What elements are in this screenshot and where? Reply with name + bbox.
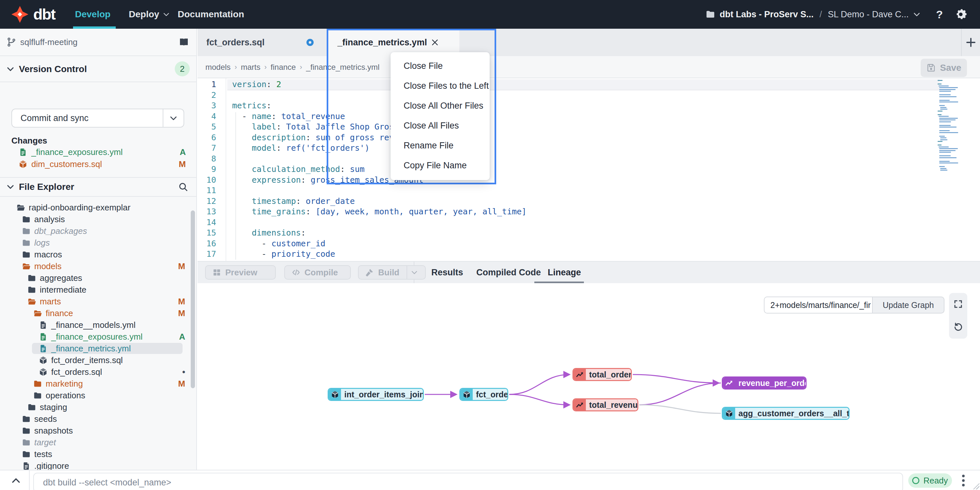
build-button[interactable]: Build xyxy=(358,265,426,279)
tree-item-logs[interactable]: logs xyxy=(0,237,197,249)
lineage-node-total_orders[interactable]: total_orders xyxy=(573,368,632,381)
tree-item-target[interactable]: target xyxy=(0,436,197,448)
change-row[interactable]: dim_customers.sqlM xyxy=(0,158,197,170)
menu-item-close-all-other-files[interactable]: Close All Other Files xyxy=(391,96,490,116)
resize-grip[interactable] xyxy=(972,482,979,489)
new-tab-button[interactable] xyxy=(965,37,977,48)
tree-item-dbt_packages[interactable]: dbt_packages xyxy=(0,225,197,237)
panel-toggle-chevron-up-icon[interactable] xyxy=(10,475,22,486)
version-control-header[interactable]: Version Control 2 xyxy=(0,56,197,81)
nav-item-documentation[interactable]: Documentation xyxy=(178,0,244,29)
settings-gear-icon[interactable] xyxy=(955,8,967,21)
tree-item-finance[interactable]: financeM xyxy=(0,307,197,319)
tree-item-models[interactable]: modelsM xyxy=(0,260,197,272)
nav-item-deploy[interactable]: Deploy xyxy=(129,0,170,29)
command-input[interactable]: dbt build --select <model_name> xyxy=(33,473,903,490)
project-name[interactable]: SL Demo - Dave C... xyxy=(828,10,908,19)
code-text xyxy=(216,90,232,101)
node-label: int_order_items_joined xyxy=(341,389,424,400)
metric-icon xyxy=(725,379,733,387)
nav-account-area: dbt Labs - ProServ S... / SL Demo - Dave… xyxy=(705,0,980,29)
code-line: 4 - name: total_revenue xyxy=(197,111,938,122)
bottom-tab-lineage[interactable]: Lineage xyxy=(548,262,581,283)
chevron-down-icon xyxy=(6,65,15,74)
menu-item-copy-file-name[interactable]: Copy File Name xyxy=(391,156,490,176)
tree-item-operations[interactable]: operations xyxy=(0,389,197,401)
lineage-node-int_order_items_joined[interactable]: int_order_items_joined xyxy=(328,388,424,401)
folder-open-icon xyxy=(16,203,25,212)
changes-title: Changes xyxy=(11,136,47,146)
tree-item-rapid-onboarding-exemplar[interactable]: rapid-onboarding-exemplar xyxy=(0,202,197,213)
tree-item-_finance__models.yml[interactable]: _finance__models.yml xyxy=(0,319,197,331)
tree-item-analysis[interactable]: analysis xyxy=(0,213,197,225)
tree-item-aggregates[interactable]: aggregates xyxy=(0,272,197,284)
commit-options-caret[interactable] xyxy=(163,109,183,127)
close-tab-icon[interactable] xyxy=(431,38,439,47)
tree-item-_finance_metrics.yml[interactable]: _finance_metrics.yml xyxy=(0,343,197,354)
code-editor[interactable]: 1version: 223metrics:4 - name: total_rev… xyxy=(197,78,980,261)
editor-tab-fct_orders.sql[interactable]: fct_orders.sql xyxy=(197,29,327,56)
doc-icon xyxy=(39,321,48,329)
tree-item-snapshots[interactable]: snapshots xyxy=(0,425,197,436)
tree-item-marts[interactable]: martsM xyxy=(0,295,197,307)
tree-item-label: operations xyxy=(46,391,85,401)
menu-item-close-files-to-the-left[interactable]: Close Files to the Left xyxy=(391,76,490,96)
minimap-line xyxy=(938,137,960,138)
bottom-tab-results[interactable]: Results xyxy=(431,262,463,283)
lineage-node-total_revenue[interactable]: total_revenue xyxy=(573,398,638,411)
compile-button[interactable]: Compile xyxy=(284,265,351,279)
preview-button[interactable]: Preview xyxy=(205,265,276,279)
docs-book-icon[interactable] xyxy=(179,37,189,47)
commit-and-sync-button[interactable]: Commit and sync xyxy=(11,109,184,128)
menu-item-close-file[interactable]: Close File xyxy=(391,56,490,76)
menu-item-rename-file[interactable]: Rename File xyxy=(391,136,490,156)
nav-item-develop[interactable]: Develop xyxy=(75,0,111,29)
search-icon[interactable] xyxy=(178,182,188,192)
tree-item-staging[interactable]: staging xyxy=(0,401,197,413)
file-explorer-header[interactable]: File Explorer xyxy=(0,178,197,197)
project-caret-icon[interactable] xyxy=(913,10,921,19)
tree-item-intermediate[interactable]: intermediate xyxy=(0,284,197,295)
help-button[interactable]: ? xyxy=(936,8,943,21)
fullscreen-icon[interactable] xyxy=(953,299,963,309)
account-name[interactable]: dbt Labs - ProServ S... xyxy=(720,10,814,19)
nav-item-label: Deploy xyxy=(129,9,159,19)
breadcrumb-item: finance xyxy=(270,63,296,72)
tree-item-.gitignore[interactable]: .gitignore xyxy=(0,460,197,470)
tree-item-fct_order_items.sql[interactable]: fct_order_items.sql xyxy=(0,354,197,366)
tab-label: fct_orders.sql xyxy=(206,38,265,48)
tree-item-status: M xyxy=(178,261,185,271)
build-options-caret[interactable] xyxy=(407,266,422,279)
lineage-selector-input[interactable]: 2+models/marts/finance/_fir xyxy=(764,297,872,313)
lineage-node-agg_customer_orders__all_time[interactable]: agg_customer_orders__all_time xyxy=(722,407,850,420)
editor-tab-bar: fct_orders.sql_finance_metrics.yml xyxy=(197,29,980,56)
tree-item-fct_orders.sql[interactable]: fct_orders.sql• xyxy=(0,366,197,378)
tree-item-marketing[interactable]: marketingM xyxy=(0,378,197,389)
reset-view-icon[interactable] xyxy=(953,321,963,331)
tree-item-_finance_exposures.yml[interactable]: _finance_exposures.ymlA xyxy=(0,331,197,343)
update-graph-button[interactable]: Update Graph xyxy=(872,297,945,313)
minimap-line xyxy=(938,157,960,158)
save-button[interactable]: Save xyxy=(921,59,967,77)
minimap-line xyxy=(938,161,960,162)
lineage-node-fct_orders[interactable]: fct_orders xyxy=(459,388,508,401)
tree-item-seeds[interactable]: seeds xyxy=(0,413,197,425)
overflow-menu-button[interactable] xyxy=(961,474,966,487)
file-explorer-title: File Explorer xyxy=(19,182,74,192)
metric-icon xyxy=(576,401,584,409)
breadcrumb-item: models xyxy=(205,63,231,72)
breadcrumb-separator: › xyxy=(300,63,302,72)
code-token: time_grains xyxy=(252,207,306,216)
minimap-line xyxy=(938,168,960,169)
sidebar-scrollbar[interactable] xyxy=(191,211,195,388)
editor-minimap[interactable] xyxy=(938,80,960,171)
dbt-logo[interactable]: dbt xyxy=(11,5,55,23)
tree-item-macros[interactable]: macros xyxy=(0,249,197,260)
bottom-tab-compiled-code[interactable]: Compiled Code xyxy=(476,262,541,283)
tree-item-label: analysis xyxy=(34,214,65,225)
folder-icon xyxy=(22,415,31,423)
lineage-node-revenue_per_order[interactable]: revenue_per_order xyxy=(722,377,807,389)
tree-item-tests[interactable]: tests xyxy=(0,448,197,460)
menu-item-close-all-files[interactable]: Close All Files xyxy=(391,116,490,136)
change-row[interactable]: _finance_exposures.ymlA xyxy=(0,146,197,158)
